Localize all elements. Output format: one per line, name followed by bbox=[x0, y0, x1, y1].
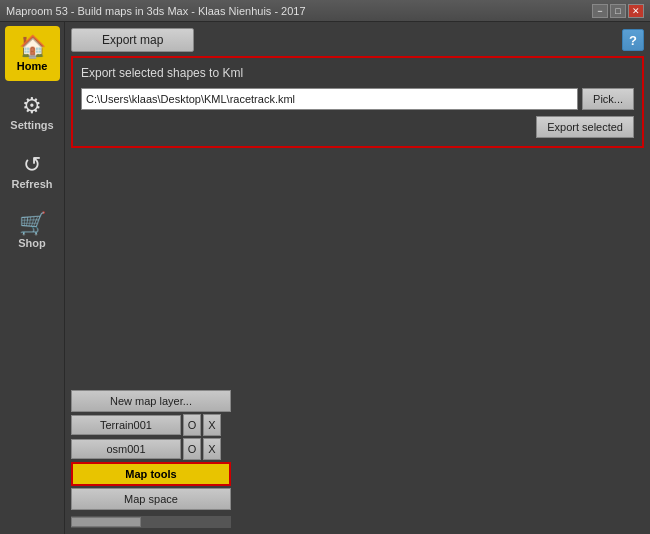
title-text: Maproom 53 - Build maps in 3ds Max - Kla… bbox=[6, 5, 306, 17]
content-area: Export map ? Export selected shapes to K… bbox=[65, 22, 650, 534]
help-button[interactable]: ? bbox=[622, 29, 644, 51]
title-bar: Maproom 53 - Build maps in 3ds Max - Kla… bbox=[0, 0, 650, 22]
map-tools-button[interactable]: Map tools bbox=[71, 462, 231, 486]
minimize-button[interactable]: − bbox=[592, 4, 608, 18]
layer-o-button-terrain[interactable]: O bbox=[183, 414, 201, 436]
close-button[interactable]: ✕ bbox=[628, 4, 644, 18]
sidebar-home-label: Home bbox=[17, 60, 48, 72]
center-space bbox=[71, 152, 644, 386]
new-map-layer-button[interactable]: New map layer... bbox=[71, 390, 231, 412]
shop-icon: 🛒 bbox=[19, 213, 46, 235]
scrollbar[interactable] bbox=[71, 516, 231, 528]
refresh-icon: ↺ bbox=[23, 154, 41, 176]
export-map-button[interactable]: Export map bbox=[71, 28, 194, 52]
layer-x-button-terrain[interactable]: X bbox=[203, 414, 221, 436]
sidebar-shop-label: Shop bbox=[18, 237, 46, 249]
main-layout: 🏠 Home ⚙ Settings ↺ Refresh 🛒 Shop Expor… bbox=[0, 22, 650, 534]
sidebar-item-shop[interactable]: 🛒 Shop bbox=[5, 203, 60, 258]
sidebar-item-settings[interactable]: ⚙ Settings bbox=[5, 85, 60, 140]
export-selected-button[interactable]: Export selected bbox=[536, 116, 634, 138]
top-panel: Export map ? bbox=[71, 28, 644, 52]
layer-name-terrain: Terrain001 bbox=[71, 415, 181, 435]
settings-icon: ⚙ bbox=[22, 95, 42, 117]
export-btn-row: Export selected bbox=[81, 116, 634, 138]
layer-o-button-osm[interactable]: O bbox=[183, 438, 201, 460]
table-row: osm001 O X bbox=[71, 438, 644, 460]
sidebar: 🏠 Home ⚙ Settings ↺ Refresh 🛒 Shop bbox=[0, 22, 65, 534]
export-panel-title: Export selected shapes to Kml bbox=[81, 66, 634, 80]
export-file-row: Pick... bbox=[81, 88, 634, 110]
sidebar-item-home[interactable]: 🏠 Home bbox=[5, 26, 60, 81]
table-row: Terrain001 O X bbox=[71, 414, 644, 436]
file-path-input[interactable] bbox=[81, 88, 578, 110]
bottom-panel: New map layer... Terrain001 O X osm001 O… bbox=[71, 390, 644, 528]
maximize-button[interactable]: □ bbox=[610, 4, 626, 18]
home-icon: 🏠 bbox=[19, 36, 46, 58]
pick-button[interactable]: Pick... bbox=[582, 88, 634, 110]
window-controls: − □ ✕ bbox=[592, 4, 644, 18]
layer-name-osm: osm001 bbox=[71, 439, 181, 459]
sidebar-settings-label: Settings bbox=[10, 119, 53, 131]
sidebar-refresh-label: Refresh bbox=[12, 178, 53, 190]
scrollbar-thumb[interactable] bbox=[71, 517, 141, 527]
map-space-button[interactable]: Map space bbox=[71, 488, 231, 510]
export-panel: Export selected shapes to Kml Pick... Ex… bbox=[71, 56, 644, 148]
layer-x-button-osm[interactable]: X bbox=[203, 438, 221, 460]
sidebar-item-refresh[interactable]: ↺ Refresh bbox=[5, 144, 60, 199]
